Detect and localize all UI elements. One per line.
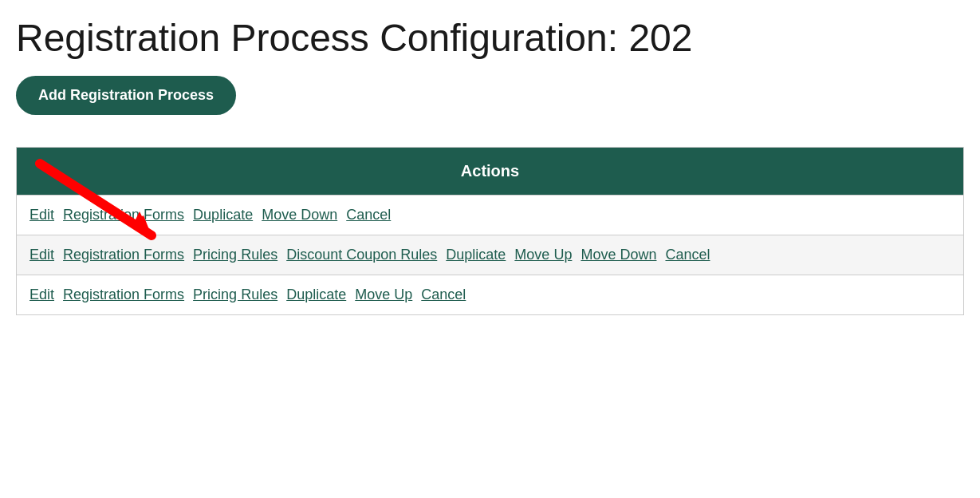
discount-coupon-rules-link-row2[interactable]: Discount Coupon Rules <box>286 247 437 263</box>
actions-table: Actions Edit Registration Forms Duplicat… <box>16 147 964 315</box>
move-up-link-row3[interactable]: Move Up <box>355 287 412 302</box>
table-row: Edit Registration Forms Pricing Rules Du… <box>17 275 963 314</box>
page-title: Registration Process Configuration: 202 <box>16 16 964 60</box>
duplicate-link-row3[interactable]: Duplicate <box>286 287 346 302</box>
table-row: Edit Registration Forms Duplicate Move D… <box>17 195 963 235</box>
move-down-link-row2[interactable]: Move Down <box>581 247 656 263</box>
registration-forms-link-row2[interactable]: Registration Forms <box>63 247 184 263</box>
add-registration-process-button[interactable]: Add Registration Process <box>16 76 236 115</box>
move-down-link-row1[interactable]: Move Down <box>262 207 337 223</box>
duplicate-link-row2[interactable]: Duplicate <box>446 247 506 263</box>
pricing-rules-link-row2[interactable]: Pricing Rules <box>193 247 277 263</box>
edit-link-row2[interactable]: Edit <box>30 247 54 263</box>
cancel-link-row3[interactable]: Cancel <box>421 287 466 302</box>
duplicate-link-row1[interactable]: Duplicate <box>193 207 253 223</box>
actions-table-header: Actions <box>17 148 963 195</box>
edit-link-row3[interactable]: Edit <box>30 287 54 302</box>
page-container: Registration Process Configuration: 202 … <box>0 0 980 331</box>
edit-link-row1[interactable]: Edit <box>30 207 54 223</box>
cancel-link-row1[interactable]: Cancel <box>346 207 391 223</box>
move-up-link-row2[interactable]: Move Up <box>514 247 572 263</box>
registration-forms-link-row3[interactable]: Registration Forms <box>63 287 184 302</box>
cancel-link-row2[interactable]: Cancel <box>665 247 710 263</box>
registration-forms-link-row1[interactable]: Registration Forms <box>63 207 184 223</box>
table-row: Edit Registration Forms Pricing Rules Di… <box>17 235 963 275</box>
pricing-rules-link-row3[interactable]: Pricing Rules <box>193 287 277 302</box>
